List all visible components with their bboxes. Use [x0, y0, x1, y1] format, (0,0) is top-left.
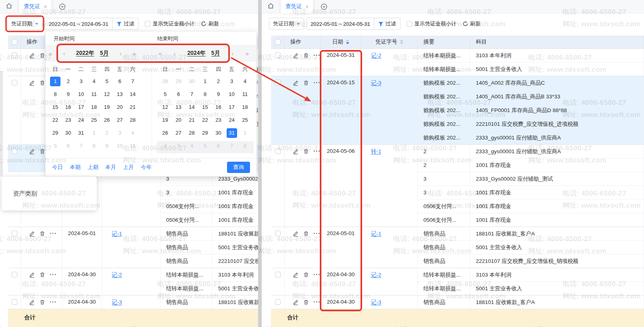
calendar-day[interactable]: 24 [227, 115, 237, 125]
calendar-day[interactable]: 30 [63, 128, 73, 138]
calendar-day[interactable]: 7 [187, 90, 197, 99]
calendar-day[interactable]: 10 [76, 90, 86, 99]
end-year-label[interactable]: 2024年 [188, 50, 206, 57]
calendar-day[interactable]: 16 [213, 102, 224, 112]
row-checkbox[interactable] [12, 272, 17, 277]
calendar-day[interactable]: 17 [76, 102, 86, 112]
calendar-day[interactable]: 8 [50, 90, 60, 99]
tab-voucher-query[interactable]: 查凭证 × [19, 0, 52, 13]
delete-icon[interactable] [40, 272, 45, 279]
field-select-button[interactable]: 凭证日期 [269, 18, 304, 30]
tab-close-icon[interactable]: × [44, 4, 47, 10]
calendar-day[interactable]: 6 [115, 77, 125, 86]
refresh-button[interactable]: 刷新 [463, 20, 481, 27]
calendar-day[interactable]: 4 [89, 77, 99, 86]
quick-link-4[interactable]: 上月 [123, 164, 134, 171]
checkbox-icon[interactable] [12, 39, 17, 45]
calendar-day[interactable]: 29 [50, 128, 60, 138]
more-actions-icon[interactable]: ··· [313, 80, 321, 85]
edit-icon[interactable] [293, 231, 299, 238]
edit-icon[interactable] [29, 299, 35, 306]
calendar-day[interactable]: 8 [200, 90, 210, 99]
calendar-day[interactable]: 10 [227, 90, 237, 99]
calendar-day[interactable]: 7 [127, 77, 138, 86]
quick-link-3[interactable]: 本月 [105, 164, 116, 171]
edit-icon[interactable] [29, 148, 35, 156]
edit-icon[interactable] [293, 80, 299, 87]
more-actions-icon[interactable]: ··· [313, 52, 321, 58]
edit-icon[interactable] [29, 231, 35, 238]
delete-icon[interactable] [303, 231, 309, 238]
quick-link-0[interactable]: 今日 [52, 164, 63, 171]
tab-history-icon[interactable] [59, 3, 66, 10]
calendar-day[interactable]: 2 [213, 77, 224, 86]
end-month-label[interactable]: 5月 [211, 50, 220, 57]
calendar-day[interactable]: 27 [115, 115, 125, 125]
voucher-no-link[interactable]: 记-2 [371, 52, 381, 58]
start-month-label[interactable]: 5月 [100, 50, 109, 57]
calendar-day[interactable]: 4 [187, 141, 197, 151]
calendar-day[interactable]: 11 [240, 90, 250, 99]
more-actions-icon[interactable]: ··· [313, 231, 321, 236]
calendar-day[interactable]: 18 [240, 102, 250, 112]
calendar-day[interactable]: 11 [127, 141, 138, 151]
edit-icon[interactable] [293, 52, 299, 60]
calendar-day[interactable]: 27 [173, 128, 184, 138]
date-range-input[interactable]: 2022-05-01 ~ 2024-05-31 [45, 18, 112, 29]
query-button[interactable]: 查询 [227, 162, 250, 173]
checkbox-icon[interactable] [275, 39, 281, 45]
calendar-day[interactable]: 24 [76, 115, 86, 125]
calendar-day[interactable]: 2 [63, 77, 73, 86]
calendar-day[interactable]: 4 [240, 77, 250, 86]
calendar-day[interactable]: 21 [127, 102, 138, 112]
calendar-day[interactable]: 13 [173, 102, 184, 112]
calendar-day[interactable]: 2 [102, 128, 112, 138]
voucher-no-link[interactable]: 转-1 [371, 148, 381, 154]
select-all-checkbox[interactable] [271, 35, 285, 49]
row-checkbox[interactable] [12, 148, 17, 154]
calendar-day[interactable]: 15 [50, 102, 60, 112]
checkbox-icon[interactable] [406, 21, 412, 27]
sort-icon[interactable] [346, 40, 349, 44]
quick-link-1[interactable]: 本期 [70, 164, 81, 171]
calendar-day[interactable]: 7 [227, 141, 237, 151]
row-checkbox[interactable] [12, 52, 17, 58]
tab-close-icon[interactable]: × [306, 4, 309, 10]
calendar-day[interactable]: 30 [213, 128, 224, 138]
start-next-year-button[interactable]: » [133, 50, 136, 57]
sort-icon[interactable] [400, 40, 403, 44]
edit-icon[interactable] [293, 299, 299, 306]
calendar-day[interactable]: 16 [63, 102, 73, 112]
row-checkbox[interactable] [275, 231, 281, 236]
end-next-year-button[interactable]: » [246, 50, 249, 57]
calendar-day[interactable]: 13 [115, 90, 125, 99]
field-select-button[interactable]: 凭证日期 [7, 18, 42, 30]
row-checkbox[interactable] [275, 52, 281, 58]
more-actions-icon[interactable]: ··· [313, 299, 321, 305]
tab-history-icon[interactable] [321, 3, 327, 10]
calendar-day[interactable]: 29 [200, 128, 210, 138]
calendar-day[interactable]: 23 [213, 115, 224, 125]
calendar-day[interactable]: 4 [127, 128, 138, 138]
edit-icon[interactable] [293, 148, 299, 156]
filter-button[interactable]: 过滤 [374, 18, 400, 29]
calendar-day[interactable]: 20 [173, 115, 184, 125]
calendar-day[interactable]: 20 [115, 102, 125, 112]
start-next-month-button[interactable]: › [120, 50, 122, 57]
calendar-day[interactable]: 23 [63, 115, 73, 125]
calendar-day[interactable]: 28 [187, 128, 197, 138]
calendar-day[interactable]: 11 [89, 90, 99, 99]
calendar-day[interactable]: 6 [213, 141, 224, 151]
calendar-day[interactable]: 3 [227, 77, 237, 86]
edit-icon[interactable] [29, 80, 35, 87]
calendar-day[interactable]: 18 [89, 102, 99, 112]
end-prev-month-button[interactable]: ‹ [173, 50, 175, 57]
more-actions-icon[interactable]: ··· [50, 299, 57, 305]
voucher-no-link[interactable]: 记-2 [371, 272, 381, 278]
calendar-day[interactable]: 15 [200, 102, 210, 112]
delete-icon[interactable] [303, 148, 309, 156]
voucher-no-link[interactable]: 记-1 [112, 231, 122, 237]
voucher-no-link[interactable]: 记-1 [371, 231, 381, 237]
delete-icon[interactable] [40, 52, 45, 60]
quick-link-5[interactable]: 今年 [141, 164, 152, 171]
